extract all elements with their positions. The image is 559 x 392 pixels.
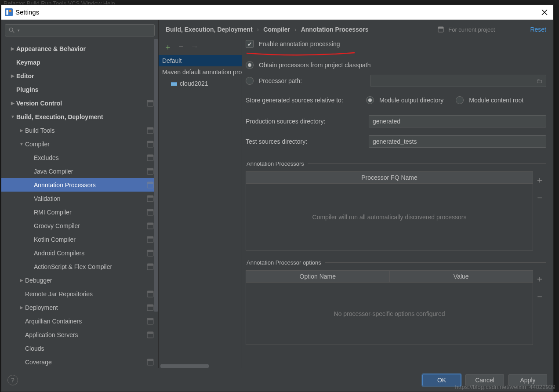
add-option-icon[interactable]: ＋ <box>535 273 544 285</box>
tree-item-excludes[interactable]: Excludes <box>1 151 158 164</box>
tree-item-groovy-compiler[interactable]: Groovy Compiler <box>1 219 158 232</box>
tree-item-label: Build Tools <box>25 127 147 134</box>
svg-rect-38 <box>147 359 153 361</box>
tree-item-deployment[interactable]: ▶Deployment <box>1 301 158 314</box>
help-icon[interactable]: ? <box>7 375 18 385</box>
tree-item-label: Excludes <box>34 154 147 161</box>
svg-rect-1 <box>6 10 8 15</box>
prod-dir-label: Production sources directory: <box>246 118 363 125</box>
tree-item-build-tools[interactable]: ▶Build Tools <box>1 123 158 137</box>
processors-legend: Annotation Processors <box>246 160 308 167</box>
move-profile-icon[interactable]: → <box>191 42 199 51</box>
close-icon[interactable] <box>539 7 550 18</box>
scrollbar-thumb[interactable] <box>160 364 209 368</box>
dropdown-icon: ▾ <box>18 28 20 33</box>
tree-item-compiler[interactable]: ▼Compiler <box>1 137 158 151</box>
expand-arrow-icon: ▶ <box>9 101 16 105</box>
search-row: ▾ <box>1 20 158 39</box>
crumb-2[interactable]: Compiler <box>263 26 290 33</box>
tree-item-label: Keymap <box>16 59 154 66</box>
settings-tree[interactable]: ▶Appearance & BehaviorKeymap▶EditorPlugi… <box>1 39 158 368</box>
options-table[interactable]: Option Name Value No processor-specific … <box>246 270 533 345</box>
tree-item-arquillian-containers[interactable]: Arquillian Containers <box>1 314 158 328</box>
tree-item-java-compiler[interactable]: Java Compiler <box>1 164 158 178</box>
background-menubar: Refactor Build Run Tools VCS Window Help <box>0 0 559 4</box>
tree-item-editor[interactable]: ▶Editor <box>1 69 158 83</box>
processors-side-buttons: ＋ − <box>533 171 546 250</box>
tree-item-actionscript-flex-compiler[interactable]: ActionScript & Flex Compiler <box>1 260 158 273</box>
profile-item[interactable]: Maven default annotation processors prof… <box>159 66 242 78</box>
expand-arrow-icon: ▼ <box>18 142 25 146</box>
add-profile-icon[interactable]: ＋ <box>164 42 172 52</box>
tree-item-label: ActionScript & Flex Compiler <box>34 263 147 270</box>
profile-label: cloud2021 <box>180 80 208 87</box>
tree-item-label: Annotation Processors <box>34 181 147 189</box>
remove-option-icon[interactable]: − <box>537 292 542 302</box>
profiles-list[interactable]: DefaultMaven default annotation processo… <box>159 55 242 363</box>
scrollbar-thumb[interactable] <box>154 39 158 312</box>
col-option-name[interactable]: Option Name <box>246 271 390 282</box>
test-dir-input[interactable]: generated_tests <box>369 135 546 148</box>
profiles-h-scrollbar[interactable] <box>159 363 242 368</box>
expand-arrow-icon: ▼ <box>9 114 16 119</box>
tree-item-application-servers[interactable]: Application Servers <box>1 328 158 341</box>
tree-item-validation[interactable]: Validation <box>1 192 158 205</box>
svg-rect-10 <box>147 141 153 143</box>
col-processor-fqname[interactable]: Processor FQ Name <box>246 172 533 183</box>
browse-folder-icon[interactable]: 🗀 <box>536 77 542 84</box>
tree-item-plugins[interactable]: Plugins <box>1 83 158 96</box>
module-output-label: Module output directory <box>379 97 443 104</box>
remove-processor-icon[interactable]: − <box>537 193 542 203</box>
tree-item-version-control[interactable]: ▶Version Control <box>1 96 158 110</box>
profile-item[interactable]: cloud2021 <box>159 78 242 89</box>
tree-scrollbar[interactable] <box>154 39 158 329</box>
tree-item-rmi-compiler[interactable]: RMI Compiler <box>1 205 158 219</box>
processors-table[interactable]: Processor FQ Name Compiler will run all … <box>246 171 533 250</box>
watermark-text: https://blog.csdn.net/weixin_44822939 <box>455 384 555 390</box>
tree-item-appearance-behavior[interactable]: ▶Appearance & Behavior <box>1 42 158 55</box>
tree-item-coverage[interactable]: Coverage <box>1 355 158 368</box>
remove-profile-icon[interactable]: − <box>179 42 184 51</box>
module-content-radio[interactable] <box>456 96 464 104</box>
enable-annotation-label: Enable annotation processing <box>259 40 340 47</box>
tree-item-label: Groovy Compiler <box>34 222 147 229</box>
tree-item-keymap[interactable]: Keymap <box>1 55 158 69</box>
main-panel: Enable annotation processing Obtain proc… <box>242 39 553 368</box>
svg-rect-20 <box>147 209 153 211</box>
obtain-classpath-radio[interactable] <box>246 61 254 69</box>
svg-line-4 <box>13 31 15 33</box>
processor-path-input[interactable]: 🗀 <box>370 75 546 87</box>
col-option-value[interactable]: Value <box>390 271 533 282</box>
processor-path-label: Processor path: <box>259 77 365 84</box>
tree-item-label: Version Control <box>16 100 147 107</box>
expand-arrow-icon: ▶ <box>9 46 16 51</box>
prod-dir-input[interactable]: generated <box>369 115 546 127</box>
svg-rect-41 <box>171 83 177 86</box>
tree-item-label: Kotlin Compiler <box>34 236 147 243</box>
window-title: Settings <box>15 8 39 16</box>
module-output-radio[interactable] <box>366 96 374 104</box>
profile-item[interactable]: Default <box>159 55 242 66</box>
tree-item-label: Plugins <box>16 86 154 93</box>
settings-dialog: Settings ▾ ▶Appearance & BehaviorKeymap▶… <box>1 4 554 392</box>
options-side-buttons: ＋ − <box>533 270 546 345</box>
obtain-classpath-label: Obtain processors from project classpath <box>259 62 370 69</box>
reset-link[interactable]: Reset <box>530 26 546 33</box>
enable-annotation-checkbox[interactable] <box>246 40 254 48</box>
svg-rect-16 <box>147 182 153 184</box>
crumb-1[interactable]: Build, Execution, Deployment <box>166 26 253 33</box>
settings-sidebar: ▾ ▶Appearance & BehaviorKeymap▶EditorPlu… <box>1 20 159 368</box>
tree-item-kotlin-compiler[interactable]: Kotlin Compiler <box>1 232 158 246</box>
folder-icon <box>171 81 177 86</box>
tree-item-clouds[interactable]: Clouds <box>1 341 158 355</box>
svg-rect-14 <box>147 168 153 171</box>
tree-item-annotation-processors[interactable]: Annotation Processors <box>1 178 158 192</box>
tree-item-remote-jar-repositories[interactable]: Remote Jar Repositories <box>1 287 158 301</box>
add-processor-icon[interactable]: ＋ <box>535 174 544 186</box>
tree-item-label: Editor <box>16 73 154 80</box>
tree-item-android-compilers[interactable]: Android Compilers <box>1 246 158 260</box>
processor-path-radio[interactable] <box>246 77 254 85</box>
tree-item-build-execution-deployment[interactable]: ▼Build, Execution, Deployment <box>1 110 158 123</box>
search-input[interactable]: ▾ <box>5 24 155 36</box>
tree-item-debugger[interactable]: ▶Debugger <box>1 273 158 287</box>
